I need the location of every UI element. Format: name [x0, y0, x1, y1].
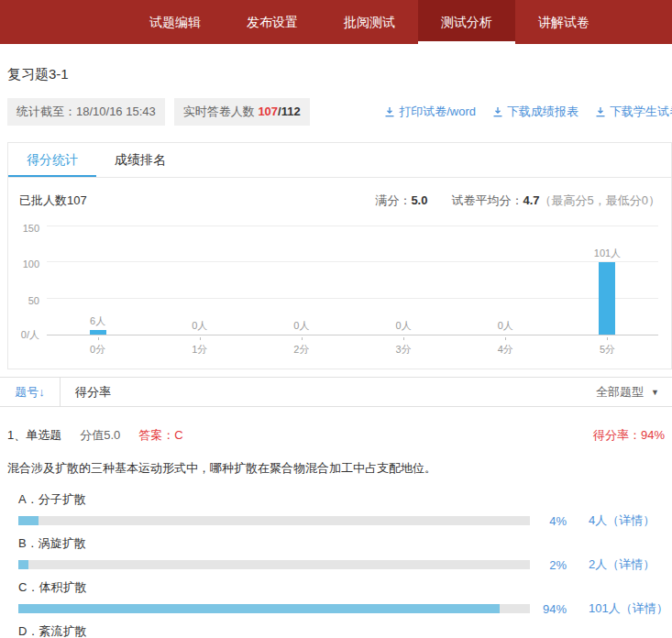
chart-bar-column: 6人	[47, 314, 149, 335]
chart-bar-column: 0人	[250, 319, 352, 335]
option-percent: 2%	[534, 558, 567, 572]
nav-tab-test-analysis[interactable]: 测试分析	[418, 0, 515, 44]
question-type-dropdown-label: 全部题型	[596, 384, 644, 401]
avg-value: 4.7	[523, 193, 539, 207]
chart-y-axis: 0/人50100150	[14, 226, 45, 356]
chart-bar-column: 0人	[353, 319, 455, 335]
chart-bar-column: 0人	[455, 319, 556, 335]
option-row: A．分子扩散 4% 4人（详情）	[18, 491, 672, 529]
option-label: A．分子扩散	[18, 491, 672, 508]
respondents-count: 实时答卷人数 107/112	[174, 98, 310, 126]
download-student-papers-link[interactable]: 下载学生试卷	[595, 104, 672, 120]
chart-x-tick-label: 3分	[353, 337, 455, 356]
option-bar-track	[18, 560, 530, 569]
tab-rank[interactable]: 成绩排名	[96, 143, 184, 177]
chart-x-tick-label: 0分	[47, 337, 149, 356]
option-count-detail-link[interactable]: 2人（详情）	[589, 556, 655, 573]
chart-x-tick-label: 1分	[149, 337, 250, 356]
question-filter-row: 题号↓ 得分率 全部题型 ▼	[0, 377, 672, 407]
option-row: B．涡旋扩散 2% 2人（详情）	[18, 535, 672, 573]
download-student-papers-label: 下载学生试卷	[610, 104, 672, 120]
stats-row: 统计截至：18/10/16 15:43 实时答卷人数 107/112 打印试卷/…	[7, 98, 672, 126]
question-score: 分值5.0	[80, 427, 120, 444]
question-number-sort[interactable]: 题号↓	[0, 378, 61, 406]
chart-x-tick-label: 2分	[250, 337, 352, 356]
avg-label: 试卷平均分：	[451, 193, 523, 207]
full-score-label: 满分：	[375, 193, 411, 207]
print-paper-label: 打印试卷/word	[399, 104, 476, 120]
nav-tab-explain-paper[interactable]: 讲解试卷	[515, 0, 612, 44]
print-paper-link[interactable]: 打印试卷/word	[384, 104, 476, 120]
respondents-current: 107	[258, 104, 278, 118]
download-grades-link[interactable]: 下载成绩报表	[492, 104, 578, 120]
statistics-panel: 得分统计 成绩排名 已批人数107 满分：5.0试卷平均分：4.7（最高分5，最…	[7, 142, 672, 369]
score-summary: 满分：5.0试卷平均分：4.7（最高分5，最低分0）	[375, 192, 660, 209]
chart-plot: 6人0人0人0人0人101人	[47, 226, 658, 336]
nav-tab-question-edit[interactable]: 试题编辑	[127, 0, 224, 44]
option-row: C．体积扩散 94% 101人（详情）	[18, 579, 672, 617]
download-links: 打印试卷/word 下载成绩报表 下载学生试卷	[384, 104, 672, 120]
nav-tab-publish-settings[interactable]: 发布设置	[224, 0, 321, 44]
chevron-down-icon: ▼	[651, 388, 659, 397]
option-label: C．体积扩散	[18, 579, 672, 596]
option-label: B．涡旋扩散	[18, 535, 672, 552]
tab-score-statistics[interactable]: 得分统计	[8, 143, 96, 177]
question-block: 1、单选题 分值5.0 答案：C 得分率：94% 混合涉及扩散的三种基本运动形式…	[0, 427, 672, 638]
option-bar-fill	[18, 516, 39, 525]
download-icon	[492, 106, 503, 117]
score-distribution-chart: 0/人50100150 6人0人0人0人0人101人 0分1分2分3分4分5分	[14, 226, 662, 356]
page-title: 复习题3-1	[7, 66, 672, 83]
option-percent: 94%	[534, 602, 567, 616]
chart-x-tick-label: 4分	[455, 337, 556, 356]
option-count-detail-link[interactable]: 101人（详情）	[589, 600, 668, 617]
question-type-dropdown[interactable]: 全部题型 ▼	[596, 384, 659, 401]
option-bar-track	[18, 516, 530, 525]
option-bar-fill	[18, 604, 500, 613]
full-score-value: 5.0	[411, 193, 427, 207]
chart-x-labels: 0分1分2分3分4分5分	[47, 337, 658, 356]
option-bar-fill	[18, 560, 28, 569]
question-text: 混合涉及扩散的三种基本运动形式中，哪种扩散在聚合物混合加工中占支配地位。	[7, 460, 665, 477]
option-percent: 4%	[534, 514, 567, 528]
question-score-rate: 得分率：94%	[593, 427, 665, 444]
panel-tabs: 得分统计 成绩排名	[8, 143, 671, 178]
score-rate-column-label: 得分率	[75, 384, 111, 401]
option-row: D．紊流扩散 0% 0人	[18, 623, 672, 638]
panel-meta: 已批人数107 满分：5.0试卷平均分：4.7（最高分5，最低分0）	[8, 178, 671, 211]
question-header: 1、单选题 分值5.0 答案：C 得分率：94%	[7, 427, 665, 444]
graded-count: 已批人数107	[19, 192, 87, 209]
question-index-type: 1、单选题	[7, 427, 61, 444]
chart-x-tick-label: 5分	[556, 337, 658, 356]
download-grades-label: 下载成绩报表	[507, 104, 578, 120]
option-label: D．紊流扩散	[18, 623, 672, 638]
question-answer: 答案：C	[138, 427, 182, 444]
nav-tab-review-test[interactable]: 批阅测试	[321, 0, 418, 44]
option-list: A．分子扩散 4% 4人（详情） B．涡旋扩散 2% 2人（详情） C．体积扩散…	[18, 491, 672, 638]
respondents-total: /112	[278, 104, 301, 118]
option-bar-track	[18, 604, 530, 613]
chart-bar-column: 101人	[556, 247, 658, 335]
respondents-label: 实时答卷人数	[183, 104, 259, 118]
option-count-detail-link[interactable]: 4人（详情）	[589, 512, 655, 529]
stats-deadline: 统计截至：18/10/16 15:43	[7, 98, 165, 126]
chart-bar-column: 0人	[149, 319, 250, 335]
top-nav: 试题编辑 发布设置 批阅测试 测试分析 讲解试卷	[0, 0, 672, 44]
avg-note: （最高分5，最低分0）	[540, 193, 660, 207]
download-icon	[384, 106, 395, 117]
download-icon	[595, 106, 606, 117]
